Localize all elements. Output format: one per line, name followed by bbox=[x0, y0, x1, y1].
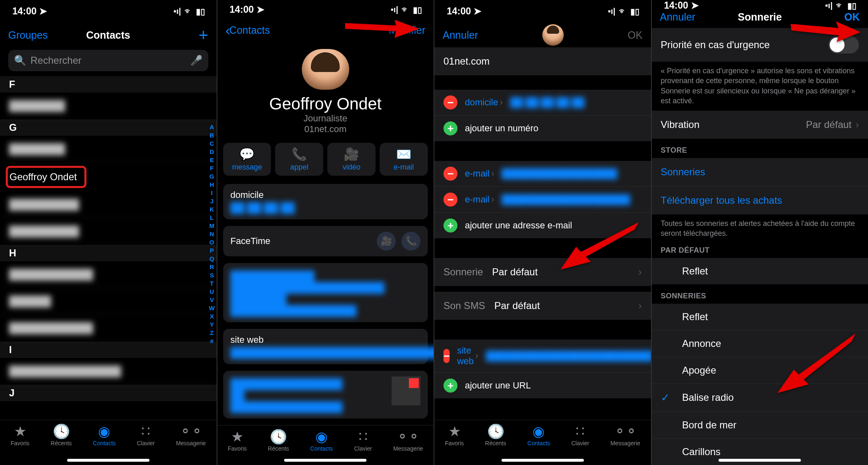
add-url-row[interactable]: + ajouter une URL bbox=[434, 373, 651, 398]
mic-icon[interactable]: 🎤 bbox=[190, 55, 203, 66]
alpha-letter[interactable]: T bbox=[210, 280, 214, 287]
email-value[interactable]: ████████████████████ bbox=[502, 194, 630, 205]
blurred-card[interactable]: ████████████████████████████████████████… bbox=[223, 263, 428, 322]
contact-row[interactable]: ████████ bbox=[0, 136, 217, 163]
delete-icon[interactable]: − bbox=[443, 193, 457, 207]
cancel-button[interactable]: Annuler bbox=[660, 11, 695, 23]
alpha-letter[interactable]: C bbox=[210, 140, 214, 147]
add-email-row[interactable]: + ajouter une adresse e-mail bbox=[434, 213, 651, 238]
email-button[interactable]: ✉️e-mail bbox=[380, 143, 428, 176]
tone-row[interactable]: Reflet bbox=[652, 304, 868, 330]
tab-voicemail[interactable]: ⚬⚬Messagerie bbox=[610, 424, 640, 462]
alpha-letter[interactable]: U bbox=[210, 288, 214, 295]
phone-row[interactable]: − domicile› ██ ██ ██ ██ ██ bbox=[434, 90, 651, 116]
email-value[interactable]: ██████████████████ bbox=[502, 168, 617, 179]
tab-favorites[interactable]: ★Favoris bbox=[445, 424, 464, 462]
tab-keypad[interactable]: ∷Clavier bbox=[354, 430, 372, 462]
avatar[interactable] bbox=[542, 24, 564, 46]
add-icon[interactable]: + bbox=[443, 219, 457, 232]
alpha-letter[interactable]: A bbox=[210, 123, 214, 130]
alpha-letter[interactable]: E bbox=[210, 156, 214, 163]
call-button[interactable]: 📞appel bbox=[275, 143, 323, 176]
tab-contacts[interactable]: ◉Contacts bbox=[310, 430, 333, 462]
tone-row[interactable]: Bord de mer bbox=[652, 412, 868, 439]
emergency-toggle[interactable] bbox=[828, 36, 859, 53]
alpha-letter[interactable]: L bbox=[210, 214, 214, 221]
tab-voicemail[interactable]: ⚬⚬Messagerie bbox=[176, 424, 205, 462]
contact-row[interactable]: ████████████ bbox=[0, 315, 217, 342]
alpha-letter[interactable]: B bbox=[210, 132, 214, 139]
alpha-letter[interactable]: S bbox=[210, 272, 214, 279]
delete-icon[interactable]: − bbox=[443, 167, 457, 181]
tab-keypad[interactable]: ∷Clavier bbox=[571, 424, 589, 462]
facetime-video-button[interactable]: 🎥 bbox=[377, 232, 396, 251]
tab-recents[interactable]: 🕓Récents bbox=[268, 430, 289, 462]
back-button[interactable]: ‹Contacts bbox=[226, 22, 270, 38]
tone-row[interactable]: Annonce bbox=[652, 330, 868, 357]
vibration-row[interactable]: Vibration Par défaut › bbox=[652, 111, 868, 139]
alpha-letter[interactable]: N bbox=[210, 230, 214, 237]
home-indicator[interactable] bbox=[67, 459, 149, 462]
ok-button[interactable]: OK bbox=[845, 11, 860, 23]
add-contact-button[interactable]: + bbox=[198, 27, 208, 43]
tone-row[interactable]: Reflet bbox=[652, 258, 868, 284]
alpha-letter[interactable]: K bbox=[210, 206, 214, 213]
alpha-letter[interactable]: Z bbox=[210, 329, 214, 336]
label-email[interactable]: e-mail› bbox=[465, 194, 494, 205]
add-icon[interactable]: + bbox=[443, 379, 457, 393]
home-indicator[interactable] bbox=[284, 459, 366, 462]
alpha-letter[interactable]: G bbox=[210, 173, 215, 180]
ringtone-row[interactable]: Sonnerie Par défaut › bbox=[434, 258, 651, 286]
contact-row[interactable]: ████████ bbox=[0, 93, 217, 119]
tab-voicemail[interactable]: ⚬⚬Messagerie bbox=[393, 430, 423, 462]
alpha-letter[interactable]: H bbox=[210, 181, 214, 188]
home-indicator[interactable] bbox=[719, 459, 801, 462]
alpha-letter[interactable]: Q bbox=[210, 255, 215, 262]
phone-value[interactable]: ██ ██ ██ ██ ██ bbox=[510, 97, 584, 108]
alpha-letter[interactable]: D bbox=[210, 148, 214, 155]
add-icon[interactable]: + bbox=[443, 121, 457, 135]
alpha-letter[interactable]: Y bbox=[210, 321, 214, 328]
label-domicile[interactable]: domicile› bbox=[465, 97, 503, 108]
delete-icon[interactable]: − bbox=[443, 95, 457, 109]
store-download-link[interactable]: Télécharger tous les achats bbox=[652, 186, 868, 214]
tab-favorites[interactable]: ★Favoris bbox=[228, 430, 247, 462]
alpha-letter[interactable]: # bbox=[210, 337, 213, 344]
avatar[interactable] bbox=[302, 49, 349, 90]
delete-icon[interactable]: − bbox=[443, 349, 450, 363]
contact-row[interactable]: ██████████ bbox=[0, 218, 217, 245]
alpha-letter[interactable]: J bbox=[210, 198, 213, 205]
tab-recents[interactable]: 🕓Récents bbox=[51, 424, 72, 462]
alpha-letter[interactable]: V bbox=[210, 296, 214, 303]
email-row[interactable]: − e-mail› ██████████████████ bbox=[434, 161, 651, 187]
ok-button[interactable]: OK bbox=[628, 29, 642, 41]
tab-contacts[interactable]: ◉Contacts bbox=[93, 424, 116, 462]
store-ringtones-link[interactable]: Sonneries bbox=[652, 158, 868, 186]
modify-button[interactable]: Modifier bbox=[389, 24, 425, 36]
tab-contacts[interactable]: ◉Contacts bbox=[527, 424, 550, 462]
email-row[interactable]: − e-mail› ████████████████████ bbox=[434, 187, 651, 213]
website-value[interactable]: ██████████████████████████ bbox=[486, 351, 651, 361]
alpha-letter[interactable]: R bbox=[210, 263, 214, 270]
contact-row[interactable]: ██████ bbox=[0, 288, 217, 315]
alpha-letter[interactable]: O bbox=[210, 239, 215, 246]
video-button[interactable]: 🎥vidéo bbox=[327, 143, 376, 176]
alpha-letter[interactable]: M bbox=[209, 222, 215, 229]
tone-row[interactable]: Apogée bbox=[652, 357, 868, 384]
tab-recents[interactable]: 🕓Récents bbox=[485, 424, 506, 462]
home-indicator[interactable] bbox=[502, 459, 584, 462]
tone-row[interactable]: ✓Balise radio bbox=[652, 384, 868, 412]
alpha-letter[interactable]: X bbox=[210, 313, 214, 320]
label-website[interactable]: site web› bbox=[457, 345, 478, 367]
phone-card[interactable]: domicile ██ ██ ██ ██ bbox=[223, 184, 428, 219]
add-phone-row[interactable]: + ajouter un numéro bbox=[434, 116, 651, 141]
message-button[interactable]: 💬message bbox=[223, 143, 271, 176]
tab-keypad[interactable]: ∷Clavier bbox=[137, 424, 155, 462]
facetime-audio-button[interactable]: 📞 bbox=[401, 232, 420, 251]
sms-tone-row[interactable]: Son SMS Par défaut › bbox=[434, 292, 651, 320]
groups-button[interactable]: Groupes bbox=[8, 29, 48, 41]
tab-favorites[interactable]: ★Favoris bbox=[11, 424, 30, 462]
website-row[interactable]: − site web› ██████████████████████████ bbox=[434, 339, 651, 373]
alpha-letter[interactable]: P bbox=[210, 247, 214, 254]
company-field[interactable]: 01net.com bbox=[434, 47, 651, 76]
